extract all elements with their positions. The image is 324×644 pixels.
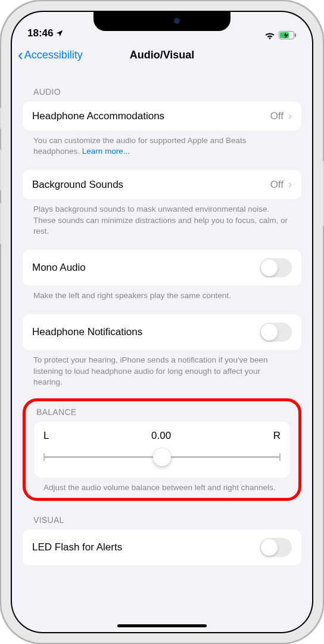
chevron-right-icon: ›	[288, 110, 292, 122]
section-header-audio: AUDIO	[23, 69, 301, 101]
section-header-balance: BALANCE	[26, 401, 298, 422]
footer-text: Adjust the audio volume balance between …	[26, 478, 298, 493]
cell-value: Off	[270, 179, 284, 191]
slider-thumb[interactable]	[153, 448, 171, 466]
footer-text: Make the left and right speakers play th…	[23, 286, 301, 301]
location-arrow-icon	[55, 29, 64, 38]
headphone-notifications-toggle[interactable]	[260, 323, 292, 342]
phone-frame: 18:46	[0, 0, 324, 644]
cell-label: Background Sounds	[32, 179, 123, 191]
status-time: 18:46	[27, 27, 53, 39]
cell-label: Headphone Notifications	[32, 326, 142, 338]
balance-value: 0.00	[151, 430, 171, 442]
footer-text: You can customize the audio for supporte…	[23, 131, 301, 157]
volume-up-button	[0, 149, 1, 191]
background-sounds-row[interactable]: Background Sounds Off ›	[23, 170, 301, 199]
wifi-icon	[264, 31, 275, 39]
headphone-accommodations-row[interactable]: Headphone Accommodations Off ›	[23, 101, 301, 131]
back-button[interactable]: ‹ Accessibility	[18, 47, 83, 63]
chevron-right-icon: ›	[288, 178, 292, 191]
balance-slider-group: L 0.00 R	[34, 422, 290, 478]
learn-more-link[interactable]: Learn more...	[82, 147, 130, 156]
nav-bar: ‹ Accessibility Audio/Visual	[11, 41, 313, 69]
footer-text: Plays background sounds to mask unwanted…	[23, 199, 301, 237]
cell-label: LED Flash for Alerts	[32, 541, 122, 553]
footer-text: To protect your hearing, iPhone sends a …	[23, 350, 301, 388]
balance-left-label: L	[43, 430, 49, 442]
home-indicator[interactable]	[117, 624, 207, 627]
cell-value: Off	[270, 110, 284, 122]
led-flash-toggle[interactable]	[260, 538, 292, 557]
mono-audio-toggle[interactable]	[260, 258, 292, 277]
balance-slider[interactable]	[43, 450, 281, 465]
cell-label: Headphone Accommodations	[32, 110, 164, 122]
content-scroll[interactable]: AUDIO Headphone Accommodations Off › You…	[11, 69, 313, 601]
headphone-notifications-row: Headphone Notifications	[23, 314, 301, 350]
balance-right-label: R	[273, 430, 281, 442]
section-header-visual: VISUAL	[23, 501, 301, 530]
screen: 18:46	[11, 11, 313, 633]
chevron-left-icon: ‹	[18, 47, 23, 63]
mono-audio-row: Mono Audio	[23, 250, 301, 286]
highlight-annotation: BALANCE L 0.00 R	[23, 398, 301, 501]
volume-down-button	[0, 203, 1, 244]
back-label: Accessibility	[24, 49, 83, 61]
mute-switch	[0, 107, 1, 129]
led-flash-row: LED Flash for Alerts	[23, 530, 301, 565]
cell-label: Mono Audio	[32, 262, 86, 274]
page-title: Audio/Visual	[130, 49, 195, 61]
notch	[94, 11, 230, 31]
battery-charging-icon	[279, 31, 297, 39]
svg-rect-2	[295, 33, 296, 37]
